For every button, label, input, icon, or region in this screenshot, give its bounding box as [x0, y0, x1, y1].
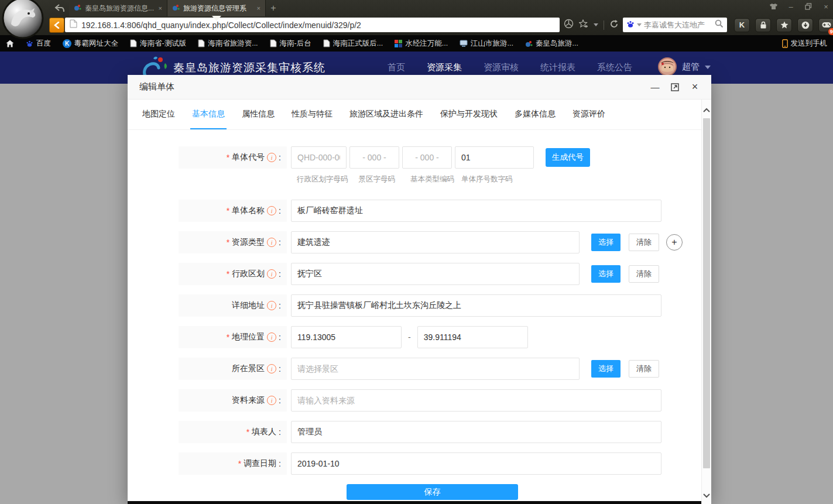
nav-resource-collect[interactable]: 资源采集	[427, 62, 462, 73]
kingsoft-button[interactable]: K	[734, 18, 750, 32]
scrollbar-thumb[interactable]	[703, 118, 710, 468]
tab-protection-development[interactable]: 保护与开发现状	[438, 100, 499, 129]
resource-type-select-button[interactable]: 选择	[591, 234, 621, 251]
browser-chrome: 秦皇岛旅游资源信息... × 旅游资源信息管理系 × + – ×	[0, 0, 833, 35]
info-icon[interactable]: i	[267, 364, 276, 373]
tab-map-location[interactable]: 地图定位	[140, 100, 177, 129]
info-icon[interactable]: i	[267, 396, 276, 405]
back-button[interactable]	[49, 18, 64, 33]
nav-resource-review[interactable]: 资源审核	[484, 62, 519, 73]
nav-home[interactable]: 首页	[388, 62, 405, 73]
unit-code-label: * 单体代号 i :	[179, 146, 287, 169]
search-magnifier-icon[interactable]	[715, 19, 724, 30]
skin-theme-icon[interactable]	[768, 2, 779, 11]
tab-attribute-info[interactable]: 属性信息	[240, 100, 276, 129]
data-source-input[interactable]	[291, 389, 661, 412]
survey-date-input[interactable]	[291, 452, 661, 475]
bookmark-baidu[interactable]: 百度	[26, 39, 51, 49]
scroll-up-icon[interactable]	[703, 104, 710, 115]
resource-type-input[interactable]	[291, 231, 580, 253]
search-engine-dropdown-icon[interactable]	[637, 23, 642, 29]
send-to-phone-button[interactable]: 发送到手机	[782, 39, 828, 49]
nav-announcements[interactable]: 系统公告	[597, 62, 632, 73]
code-type-input[interactable]	[402, 146, 452, 169]
info-icon[interactable]: i	[267, 206, 276, 215]
bookmark-shuijingzhu[interactable]: 水经注万能...	[395, 39, 448, 49]
code-serial-input[interactable]	[455, 146, 534, 169]
browser-tab-resource-mgmt[interactable]: 旅游资源信息管理系 ×	[167, 0, 266, 16]
district-input[interactable]	[291, 263, 580, 285]
favorites-star-button[interactable]	[776, 18, 792, 32]
restore-window-icon[interactable]	[803, 2, 814, 11]
tab-region-access[interactable]: 旅游区域及进出条件	[348, 100, 425, 129]
resource-type-clear-button[interactable]: 清除	[629, 234, 659, 251]
modal-close-icon[interactable]: ×	[690, 83, 700, 92]
history-back-icon[interactable]	[50, 0, 69, 16]
bookmark-hainan-test[interactable]: 海南省-测试版	[130, 39, 186, 49]
bookmark-hainan-tourism[interactable]: 海南省旅游资...	[198, 39, 258, 49]
nav-statistics[interactable]: 统计报表	[540, 62, 575, 73]
survey-date-row: * 调查日期 :	[179, 452, 711, 475]
save-button[interactable]: 保存	[347, 484, 518, 500]
scroll-down-icon[interactable]	[703, 490, 710, 500]
scenic-area-input[interactable]	[291, 358, 580, 380]
tab-close-icon[interactable]: ×	[257, 5, 260, 12]
address-bar[interactable]: 192.168.1.4:806/qhd_quanyu/index.php/Col…	[65, 18, 560, 32]
bookmark-hainan-official[interactable]: 海南正式版后...	[323, 39, 383, 49]
code-region-input[interactable]	[291, 146, 347, 169]
filler-input[interactable]	[291, 421, 661, 443]
bookmark-dropdown-icon[interactable]	[594, 23, 598, 29]
info-icon[interactable]: i	[267, 153, 276, 162]
user-dropdown-icon[interactable]	[705, 66, 711, 72]
scenic-select-button[interactable]: 选择	[591, 360, 621, 378]
new-tab-button[interactable]: +	[266, 0, 281, 16]
privacy-lock-button[interactable]	[755, 18, 771, 32]
duba-k-icon: K	[63, 39, 71, 48]
bookmark-star-icon[interactable]	[579, 19, 588, 30]
tab-basic-info[interactable]: 基本信息	[190, 100, 227, 129]
unit-name-input[interactable]	[291, 200, 661, 222]
search-box[interactable]: 李嘉诚售大连地产	[623, 18, 727, 32]
modal-maximize-icon[interactable]	[670, 83, 680, 92]
search-query-text[interactable]: 李嘉诚售大连地产	[644, 20, 712, 30]
user-menu[interactable]: 超管	[658, 57, 711, 76]
refresh-icon[interactable]	[609, 19, 619, 31]
info-icon[interactable]: i	[267, 301, 276, 310]
info-icon[interactable]: i	[267, 332, 276, 342]
url-text[interactable]: 192.168.1.4:806/qhd_quanyu/index.php/Col…	[81, 20, 361, 30]
tab-close-icon[interactable]: ×	[159, 5, 162, 12]
unit-name-row: * 单体名称 i :	[179, 200, 711, 222]
bookmark-jiangshan[interactable]: 江山市旅游...	[460, 39, 513, 49]
info-icon[interactable]: i	[267, 238, 276, 247]
modal-scrollbar[interactable]	[701, 100, 711, 504]
resource-type-add-button[interactable]: +	[666, 234, 683, 251]
latitude-input[interactable]	[417, 326, 528, 348]
required-mark: *	[227, 269, 229, 279]
tab-multimedia-info[interactable]: 多媒体信息	[513, 100, 557, 129]
modal-minimize-icon[interactable]: —	[650, 83, 660, 92]
generate-code-button[interactable]: 生成代号	[546, 148, 590, 167]
games-button[interactable]: 9+	[818, 18, 833, 32]
location-label: * 地理位置 i :	[179, 326, 287, 348]
longitude-input[interactable]	[291, 326, 402, 348]
detailed-address-input[interactable]	[291, 294, 661, 317]
bookmark-qinhuangdao[interactable]: 秦皇岛旅游...	[525, 39, 578, 49]
cheetah-browser-logo-icon[interactable]	[2, 0, 44, 39]
scenic-clear-button[interactable]: 清除	[629, 360, 659, 378]
tab-resource-evaluation[interactable]: 资源评价	[571, 100, 607, 129]
tab-strip: 秦皇岛旅游资源信息... × 旅游资源信息管理系 × +	[50, 0, 281, 16]
home-button[interactable]	[6, 40, 14, 47]
code-scenic-input[interactable]	[349, 146, 399, 169]
district-select-button[interactable]: 选择	[591, 265, 621, 283]
browser-tab-qhd-info[interactable]: 秦皇岛旅游资源信息... ×	[69, 0, 167, 16]
district-clear-button[interactable]: 清除	[629, 265, 659, 283]
username[interactable]: 超管	[682, 61, 700, 73]
close-window-icon[interactable]: ×	[821, 2, 831, 11]
bookmark-duba[interactable]: K 毒霸网址大全	[63, 39, 118, 49]
minimize-window-icon[interactable]: –	[786, 2, 796, 11]
info-icon[interactable]: i	[267, 269, 276, 279]
extensions-wheel-icon[interactable]	[564, 19, 574, 31]
tab-nature-features[interactable]: 性质与特征	[290, 100, 334, 129]
bookmark-hainan-backend[interactable]: 海南-后台	[270, 39, 311, 49]
downloads-button[interactable]	[797, 18, 813, 32]
